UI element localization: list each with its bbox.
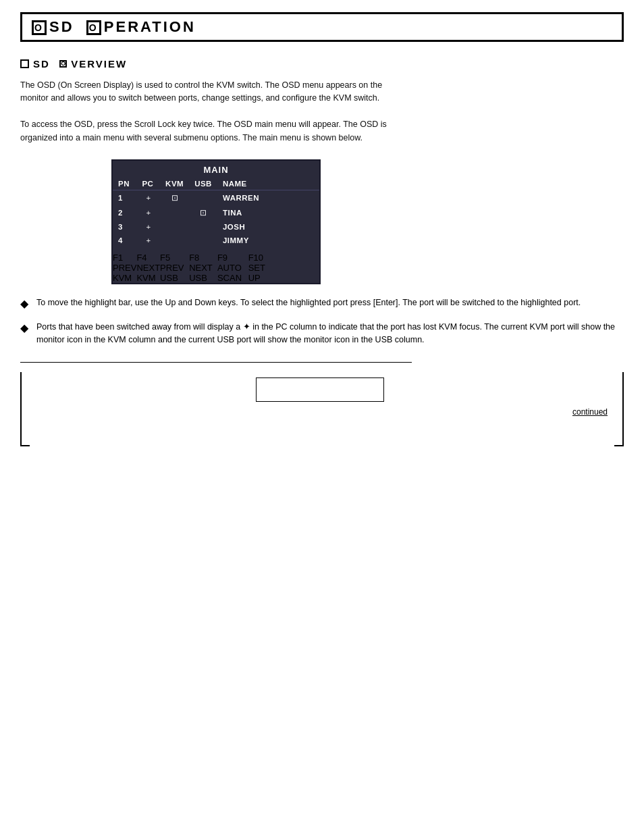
page-title: OSD OPERATION [32,18,196,36]
bullet-dot-2: ◆ [20,321,28,334]
row4-pc: + [136,234,160,247]
header-o-box: O [32,20,47,35]
footer-box-row [30,377,610,402]
footer-f5: F5PREVUSB [160,253,189,284]
section-title: SD OVERVIEW [20,58,624,70]
row1-pn: 1 [112,190,136,205]
row2-usb: ⊡ [189,205,217,220]
osd-table-container: MAIN PN PC KVM USB NAME 1 + ⊡ WARREN 2 +… [111,159,321,284]
section-title-box [20,59,29,68]
osd-main-table: MAIN PN PC KVM USB NAME 1 + ⊡ WARREN 2 +… [111,159,321,284]
row1-name: WARREN [217,190,320,205]
row3-pn: 3 [112,220,136,234]
row3-pc: + [136,220,160,234]
left-vert-border [20,372,22,433]
osd-header-pc: PC [136,178,160,190]
row1-kvm: ⊡ [160,190,189,205]
page-header: OSD OPERATION [20,12,624,42]
table-row: 4 + JIMMY [112,234,320,247]
osd-separator [112,247,320,253]
table-row: 2 + ⊡ TINA [112,205,320,220]
footer-right-text: continued [30,407,608,417]
footer-content: continued [20,372,624,433]
bottom-left-corner [20,433,30,446]
footer-f4: F4NEXTKVM [136,253,160,284]
row2-kvm [160,205,189,220]
row1-pc: + [136,190,160,205]
section-o-box: O [59,60,67,68]
row3-kvm [160,220,189,234]
row4-name: JIMMY [217,234,320,247]
table-row: 1 + ⊡ WARREN [112,190,320,205]
bullet-text-1: To move the highlight bar, use the Up an… [36,296,581,309]
horizontal-rule [20,362,412,363]
table-row: 3 + JOSH [112,220,320,234]
row2-name: TINA [217,205,320,220]
row1-usb [189,190,217,205]
footer-area: continued [20,372,624,433]
row2-pc: + [136,205,160,220]
bullet-section: ◆ To move the highlight bar, use the Up … [20,296,624,347]
body-text-1: The OSD (On Screen Display) is used to c… [20,79,624,145]
osd-header-name: NAME [217,178,320,190]
osd-header-kvm: KVM [160,178,189,190]
row4-kvm [160,234,189,247]
footer-center-box [256,377,384,402]
osd-main-title: MAIN [112,160,320,178]
osd-header-usb: USB [189,178,217,190]
row4-pn: 4 [112,234,136,247]
osd-header-pn: PN [112,178,136,190]
bullet-text-2: Ports that have been switched away from … [36,321,624,347]
right-vert-border [622,372,624,433]
row2-pn: 2 [112,205,136,220]
footer-continued-text: continued [572,407,608,417]
bullet-item-1: ◆ To move the highlight bar, use the Up … [20,296,624,310]
bullet-dot-1: ◆ [20,297,28,310]
bottom-corners [20,433,624,446]
row3-name: JOSH [217,220,320,234]
osd-footer-row: F1PREVKVM F4NEXTKVM F5PREVUSB F8NEXTUSB … [112,253,320,284]
footer-f9-f10: F9AUTOSCAN F10SETUP [217,253,320,284]
header-o-box2: O [86,20,101,35]
bullet-item-2: ◆ Ports that have been switched away fro… [20,321,624,347]
footer-f1: F1PREVKVM [112,253,136,284]
row4-usb [189,234,217,247]
row3-usb [189,220,217,234]
bottom-right-corner [614,433,624,446]
footer-f8: F8NEXTUSB [189,253,217,284]
